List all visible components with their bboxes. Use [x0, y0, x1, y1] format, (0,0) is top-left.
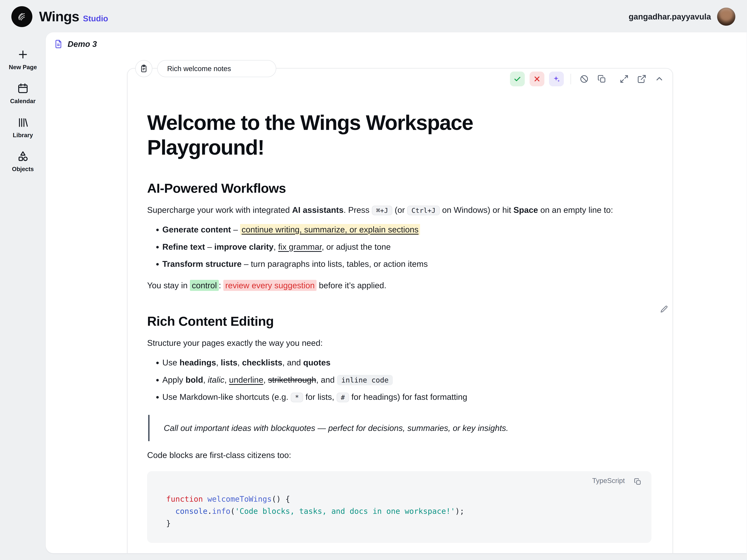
sidebar-item-label: Calendar: [10, 98, 36, 105]
blockquote: Call out important ideas with blockquote…: [148, 415, 652, 441]
code-language-label: TypeScript: [592, 477, 625, 484]
sidebar-item-library[interactable]: Library: [2, 114, 44, 141]
breadcrumb[interactable]: Demo 3: [53, 39, 97, 49]
sidebar: New Page Calendar Library Objects: [0, 33, 46, 560]
kbd-hash: #: [337, 393, 349, 402]
brand: Wings Studio: [39, 9, 108, 25]
green-highlight: control: [190, 280, 218, 291]
avatar[interactable]: [717, 8, 735, 26]
paragraph-code-intro: Code blocks are first-class citizens too…: [147, 448, 651, 462]
blockquote-text: Call out important ideas with blockquote…: [164, 421, 651, 435]
paragraph-ai-outro: You stay in control: review every sugges…: [147, 278, 651, 293]
paragraph-ai-intro: Supercharge your work with integrated AI…: [147, 203, 651, 217]
document-editor[interactable]: Welcome to the Wings Workspace Playgroun…: [128, 69, 672, 553]
main-canvas: Demo 3 Rich welcome notes: [46, 32, 747, 553]
wings-logo-icon: [15, 9, 29, 24]
bullet-list-ai: Generate content – continue writing, sum…: [147, 222, 651, 271]
objects-icon: [17, 151, 29, 162]
kbd-asterisk: *: [291, 393, 303, 402]
sidebar-item-calendar[interactable]: Calendar: [2, 80, 44, 107]
code-block: TypeScript function welcomeToWings() { c…: [147, 471, 651, 543]
sidebar-item-label: Library: [13, 132, 33, 139]
kbd-ctrl-j: Ctrl+J: [407, 206, 440, 215]
copy-icon: [634, 478, 642, 486]
calendar-icon: [17, 82, 29, 95]
pencil-icon: [660, 304, 669, 314]
sidebar-item-label: New Page: [9, 64, 37, 71]
doc-title: Welcome to the Wings Workspace Playgroun…: [147, 110, 566, 160]
plus-icon: [17, 49, 29, 60]
list-item: Use Markdown-like shortcuts (e.g. * for …: [162, 390, 651, 404]
app-header: Wings Studio gangadhar.payyavula: [0, 0, 747, 33]
list-item: Generate content – continue writing, sum…: [162, 222, 651, 237]
code-copy-button[interactable]: [632, 475, 644, 488]
section-heading-ai: AI-Powered Workflows: [147, 181, 651, 196]
header-account: gangadhar.payyavula: [629, 8, 735, 26]
kbd-cmd-j: ⌘+J: [372, 206, 392, 215]
sidebar-item-objects[interactable]: Objects: [2, 148, 44, 176]
code-content: function welcomeToWings() { console.info…: [166, 493, 642, 530]
note-card: Rich welcome notes: [127, 68, 673, 553]
code-line: function welcomeToWings() {: [166, 493, 642, 505]
section-heading-rich: Rich Content Editing: [147, 314, 651, 329]
username: gangadhar.payyavula: [629, 12, 711, 21]
bullet-list-rich: Use headings, lists, checklists, and quo…: [147, 355, 651, 404]
code-line: console.info('Code blocks, tasks, and do…: [166, 505, 642, 517]
list-item: Transform structure – turn paragraphs in…: [162, 257, 651, 271]
highlighted-suggestion: continue writing, summarize, or explain …: [240, 224, 420, 235]
inline-code: inline code: [337, 375, 393, 385]
code-line: }: [166, 517, 642, 530]
list-item: Use headings, lists, checklists, and quo…: [162, 355, 651, 370]
sidebar-item-new-page[interactable]: New Page: [2, 46, 44, 74]
red-highlight: review every suggestion: [223, 280, 316, 291]
brand-suffix: Studio: [83, 14, 108, 23]
brand-name: Wings: [39, 9, 79, 25]
document-icon: [53, 39, 63, 49]
sidebar-item-label: Objects: [12, 166, 34, 172]
library-icon: [17, 116, 29, 129]
app-window: Wings Studio gangadhar.payyavula New Pag…: [0, 0, 747, 560]
block-edit-button[interactable]: [660, 304, 669, 315]
wings-logo[interactable]: [11, 6, 32, 27]
breadcrumb-label: Demo 3: [68, 39, 97, 49]
list-item: Apply bold, italic, underline, strikethr…: [162, 372, 651, 387]
paragraph-rich-intro: Structure your pages exactly the way you…: [147, 336, 651, 350]
list-item: Refine text – improve clarity, fix gramm…: [162, 239, 651, 254]
